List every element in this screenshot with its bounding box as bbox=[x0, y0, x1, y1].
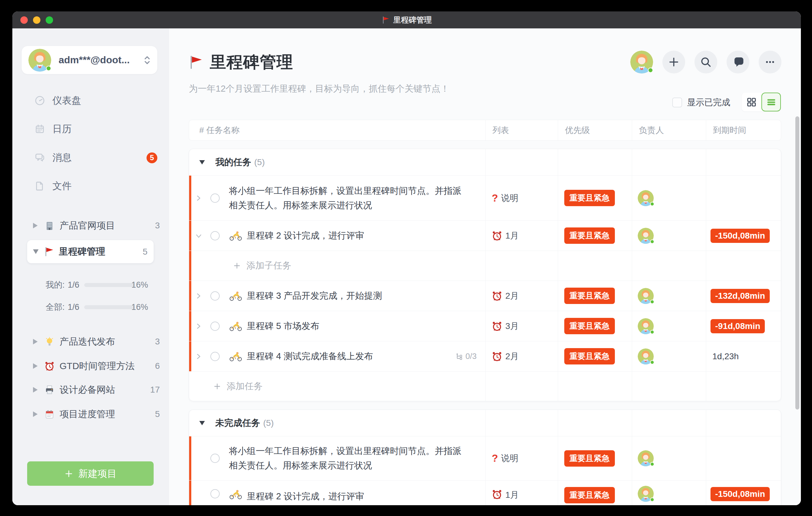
cyclist-icon bbox=[229, 489, 242, 499]
cyclist-icon bbox=[229, 351, 242, 362]
due-time-badge: -150d,08min bbox=[710, 229, 770, 243]
list-view-button-active[interactable] bbox=[761, 93, 781, 111]
plus-icon bbox=[233, 262, 241, 270]
priority-badge[interactable]: 重要且紧急 bbox=[564, 227, 615, 244]
task-checkbox[interactable] bbox=[210, 194, 220, 203]
assignee-avatar[interactable] bbox=[638, 486, 654, 502]
priority-badge[interactable]: 重要且紧急 bbox=[564, 487, 615, 503]
current-user-avatar[interactable] bbox=[630, 51, 653, 74]
task-checkbox[interactable] bbox=[210, 454, 220, 463]
alarm-clock-icon bbox=[45, 361, 55, 371]
priority-badge[interactable]: 重要且紧急 bbox=[564, 318, 615, 334]
bulb-icon bbox=[45, 337, 55, 347]
progress-bar bbox=[84, 283, 135, 287]
expand-row-icon[interactable] bbox=[195, 195, 202, 202]
sidebar-item-messages[interactable]: 消息 5 bbox=[12, 144, 169, 172]
task-row[interactable]: 将小组一年工作目标拆解，设置出里程碑时间节点。并指派相关责任人。用标签来展示进行… bbox=[189, 436, 781, 480]
assignee-avatar[interactable] bbox=[638, 228, 654, 244]
progress-mine: 我的: 1/6 16% bbox=[12, 279, 169, 291]
assignee-avatar[interactable] bbox=[638, 450, 654, 466]
alarm-clock-icon bbox=[492, 321, 502, 332]
show-completed-toggle[interactable]: 显示已完成 bbox=[672, 96, 730, 108]
expand-row-icon[interactable] bbox=[195, 292, 202, 299]
traffic-lights bbox=[20, 11, 53, 28]
sidebar-item-dashboard[interactable]: 仪表盘 bbox=[12, 86, 169, 115]
account-switcher[interactable]: adm***@doot... bbox=[22, 46, 157, 74]
assignee-avatar[interactable] bbox=[638, 348, 654, 365]
task-checkbox[interactable] bbox=[210, 352, 220, 361]
task-row[interactable]: 里程碑 3 产品开发完成，开始提测 2月 重要且紧急 -132d,08min bbox=[189, 281, 781, 311]
online-status-dot bbox=[46, 66, 51, 71]
column-assignee[interactable]: 负责人 bbox=[632, 120, 706, 140]
online-status-dot bbox=[648, 67, 653, 73]
priority-badge[interactable]: 重要且紧急 bbox=[564, 190, 615, 206]
add-member-button[interactable] bbox=[662, 51, 685, 74]
expand-arrow-icon[interactable] bbox=[33, 249, 38, 254]
task-row[interactable]: 里程碑 2 设计完成，进行评审 1月 重要且紧急 -150d,08min bbox=[189, 220, 781, 251]
expand-row-icon[interactable] bbox=[195, 323, 202, 329]
plus-icon bbox=[668, 56, 680, 68]
task-row[interactable]: 里程碑 5 市场发布 3月 重要且紧急 -91d,08min bbox=[189, 311, 781, 341]
assignee-avatar[interactable] bbox=[638, 190, 654, 206]
due-time-badge: -132d,08min bbox=[710, 289, 770, 303]
collapse-arrow-icon[interactable] bbox=[33, 363, 38, 369]
task-checkbox[interactable] bbox=[210, 291, 220, 300]
due-time-badge: -91d,08min bbox=[710, 319, 765, 333]
priority-badge[interactable]: 重要且紧急 bbox=[564, 450, 615, 467]
collapse-arrow-icon[interactable] bbox=[33, 411, 38, 417]
group-header[interactable]: 我的任务 (5) bbox=[189, 149, 781, 175]
task-row[interactable]: 里程碑 2 设计完成，进行评审 1月 重要且紧急 -150d,08min bbox=[189, 480, 781, 505]
cyclist-icon bbox=[229, 321, 242, 331]
collapse-arrow-icon[interactable] bbox=[33, 223, 38, 228]
task-checkbox[interactable] bbox=[210, 322, 220, 331]
task-group-my-tasks: 我的任务 (5) 将小组一年工作目标拆解，设置出里程碑时间节点。并指派相关责任人… bbox=[189, 149, 781, 401]
user-avatar bbox=[28, 49, 51, 71]
more-button[interactable] bbox=[759, 51, 781, 74]
priority-badge[interactable]: 重要且紧急 bbox=[564, 348, 615, 365]
due-time-badge: -150d,08min bbox=[710, 487, 770, 501]
column-priority[interactable]: 优先级 bbox=[558, 120, 632, 140]
collapse-arrow-icon[interactable] bbox=[33, 339, 38, 344]
group-header[interactable]: 未完成任务 (5) bbox=[189, 410, 781, 436]
app-window: 里程碑管理 adm***@doot... bbox=[12, 11, 801, 505]
add-subtask-row[interactable]: 添加子任务 bbox=[189, 251, 781, 281]
board-view-button[interactable] bbox=[742, 93, 761, 111]
task-checkbox[interactable] bbox=[210, 231, 220, 240]
sidebar-item-calendar[interactable]: 日历 bbox=[12, 115, 169, 143]
sidebar-item-files[interactable]: 文件 bbox=[12, 172, 169, 200]
column-list[interactable]: 列表 bbox=[485, 120, 558, 140]
collapse-group-icon[interactable] bbox=[199, 421, 205, 425]
window-title: 里程碑管理 bbox=[382, 15, 432, 25]
sidebar-project-progress-mgmt[interactable]: 项目进度管理 5 bbox=[12, 400, 169, 428]
collapse-row-icon[interactable] bbox=[195, 232, 202, 239]
assignee-avatar[interactable] bbox=[638, 318, 654, 334]
column-due[interactable]: 到期时间 bbox=[706, 120, 781, 140]
chat-button[interactable] bbox=[727, 51, 749, 74]
subtask-tree-icon bbox=[455, 353, 463, 360]
show-completed-checkbox[interactable] bbox=[672, 97, 682, 107]
priority-badge[interactable]: 重要且紧急 bbox=[564, 288, 615, 304]
minimize-window-button[interactable] bbox=[33, 16, 40, 24]
new-project-button[interactable]: 新建项目 bbox=[27, 461, 154, 486]
task-checkbox[interactable] bbox=[210, 489, 220, 498]
vertical-scrollbar[interactable] bbox=[795, 116, 799, 409]
red-flag-icon bbox=[188, 55, 203, 70]
task-row[interactable]: 将小组一年工作目标拆解，设置出里程碑时间节点。并指派相关责任人。用标签来展示进行… bbox=[189, 175, 781, 220]
sidebar-project-milestones-selected[interactable]: 里程碑管理 5 bbox=[27, 240, 154, 263]
close-window-button[interactable] bbox=[20, 16, 28, 24]
expand-row-icon[interactable] bbox=[195, 353, 202, 360]
view-mode-toggle bbox=[742, 93, 781, 111]
sidebar-project-official-site[interactable]: 产品官网项目 3 bbox=[12, 211, 169, 240]
zoom-window-button[interactable] bbox=[46, 16, 53, 24]
alarm-clock-icon bbox=[492, 291, 502, 301]
list-view-icon bbox=[766, 97, 777, 107]
tear-calendar-icon bbox=[45, 409, 55, 420]
column-task-name[interactable]: # 任务名称 bbox=[189, 120, 485, 140]
task-row[interactable]: 里程碑 4 测试完成准备线上发布 0/3 2月 重要且紧急 1d,23h bbox=[189, 341, 781, 371]
search-button[interactable] bbox=[694, 51, 717, 74]
collapse-arrow-icon[interactable] bbox=[33, 387, 38, 393]
sidebar: adm***@doot... 仪表盘 日历 bbox=[12, 28, 169, 505]
collapse-group-icon[interactable] bbox=[199, 160, 205, 165]
assignee-avatar[interactable] bbox=[638, 288, 654, 304]
add-task-row[interactable]: 添加任务 bbox=[189, 371, 781, 401]
